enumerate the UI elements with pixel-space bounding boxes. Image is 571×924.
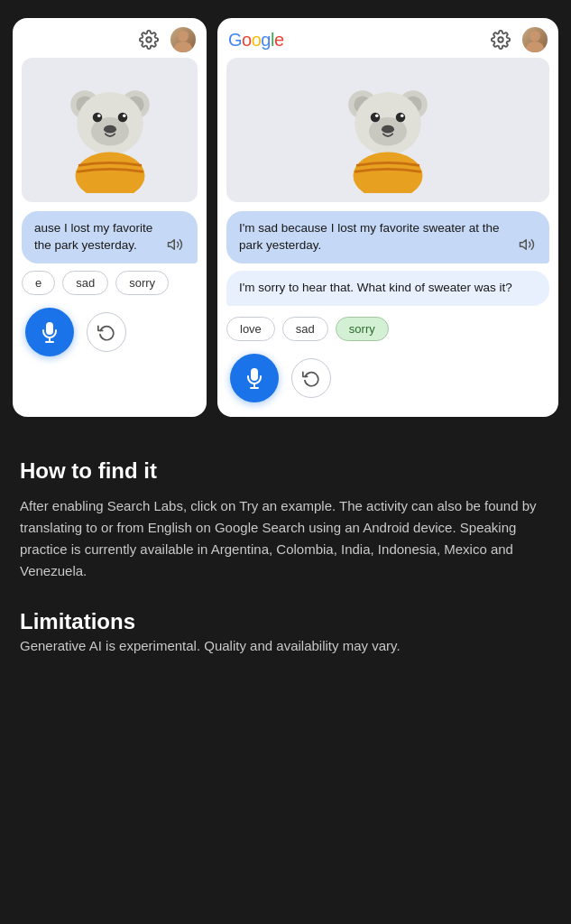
right-gear-icon[interactable] [488,27,513,52]
svg-marker-15 [169,240,175,250]
left-gear-icon[interactable] [136,27,161,52]
svg-point-14 [75,152,144,194]
left-sound-icon[interactable] [165,235,185,254]
left-chip-e[interactable]: e [22,271,55,295]
left-card-header [13,18,207,58]
right-sound-icon[interactable] [517,235,537,254]
right-chip-sorry[interactable]: sorry [336,317,389,341]
svg-point-29 [375,115,379,118]
svg-point-11 [97,115,101,118]
left-user-message: ause I lost my favorite the park yesterd… [22,211,198,263]
svg-point-30 [401,115,404,118]
right-bottom-controls [217,354,558,402]
svg-point-10 [117,113,127,123]
svg-point-31 [382,125,394,134]
right-card-header: Google [217,18,558,58]
left-avatar[interactable] [170,27,196,52]
how-to-find-title: How to find it [20,457,551,485]
left-phone-card: ause I lost my favorite the park yesterd… [13,18,207,417]
left-chip-sad[interactable]: sad [62,271,108,295]
svg-point-27 [371,113,381,123]
bottom-text-section: How to find it After enabling Search Lab… [0,431,571,707]
svg-point-0 [146,37,152,42]
limitations-title: Limitations [20,607,551,635]
right-mic-button[interactable] [230,354,279,402]
right-ai-message: I'm sorry to hear that. What kind of swe… [226,271,549,306]
left-chip-sorry[interactable]: sorry [115,271,169,295]
how-to-find-body: After enabling Search Labs, click on Try… [20,495,551,582]
svg-point-19 [530,31,540,42]
right-avatar[interactable] [522,27,548,52]
svg-point-9 [92,113,102,123]
right-bear-image [226,58,549,202]
right-refresh-button[interactable] [291,358,331,398]
svg-point-28 [396,113,406,123]
svg-marker-33 [520,240,527,250]
left-mic-button[interactable] [25,308,74,356]
svg-point-18 [498,37,503,42]
left-refresh-button[interactable] [87,312,126,352]
google-logo: Google [228,30,284,51]
left-chips: e sad sorry [13,271,207,295]
right-chips: love sad sorry [217,317,558,341]
left-bottom-controls [13,308,207,356]
right-chip-love[interactable]: love [226,317,275,341]
svg-point-32 [354,152,423,194]
right-phone-card: Google [217,18,558,417]
limitations-body: Generative AI is experimental. Quality a… [20,635,551,657]
svg-point-20 [526,42,544,52]
right-chip-sad[interactable]: sad [282,317,328,341]
svg-point-2 [174,42,192,52]
left-bear-image [22,58,198,202]
svg-point-12 [123,115,126,118]
svg-point-1 [178,31,189,42]
svg-point-13 [104,125,116,134]
right-user-message: I'm sad because I lost my favorite sweat… [226,211,549,263]
